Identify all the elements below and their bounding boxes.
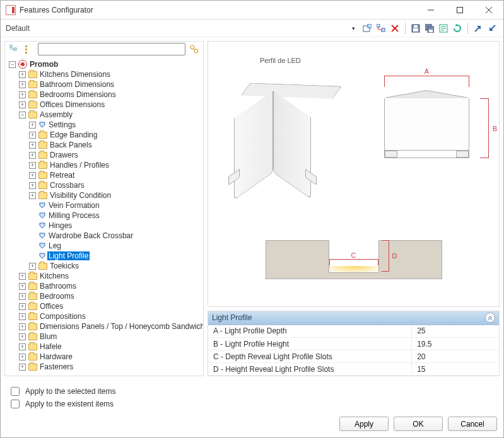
tree-item[interactable]: Light Profile xyxy=(29,251,201,261)
tree-item[interactable]: +Settings xyxy=(29,120,201,130)
tree-item[interactable]: +Bathroom Dimensions xyxy=(19,79,201,89)
tree-item[interactable]: Leg xyxy=(29,241,201,251)
expand-toggle-icon[interactable]: + xyxy=(19,303,26,310)
property-row[interactable]: A - Light Profile Depth25 xyxy=(208,325,499,338)
expand-toggle-icon[interactable]: + xyxy=(29,122,36,129)
tree-root[interactable]: −Promob xyxy=(9,59,201,69)
delete-icon[interactable] xyxy=(389,22,401,35)
expand-toggle-icon[interactable]: + xyxy=(19,91,26,98)
apply-existent-checkbox[interactable] xyxy=(11,400,20,408)
toggle-spacer xyxy=(29,202,36,209)
cancel-button[interactable]: Cancel xyxy=(448,417,497,431)
tree-item[interactable]: +Hardware xyxy=(19,352,201,362)
tree-item[interactable]: +Compositions xyxy=(19,311,201,321)
arrow-in-icon[interactable] xyxy=(472,22,484,35)
tree-view[interactable]: −Promob+Kitchens Dimensions+Bathroom Dim… xyxy=(5,59,201,372)
tree-item-label: Wardrobe Back Crossbar xyxy=(47,231,134,240)
folder-icon xyxy=(28,364,37,371)
expand-toggle-icon[interactable]: + xyxy=(19,313,26,320)
property-row[interactable]: C - Depth Reveal Light Profile Slots20 xyxy=(208,350,499,363)
close-button[interactable] xyxy=(474,1,503,19)
property-value[interactable]: 25 xyxy=(412,325,499,338)
ok-button[interactable]: OK xyxy=(394,417,443,431)
search-input[interactable] xyxy=(38,43,185,55)
tree-item[interactable]: +Bathrooms xyxy=(19,281,201,291)
expand-toggle-icon[interactable]: + xyxy=(19,293,26,300)
tree-item[interactable]: +Kitchens Dimensions xyxy=(19,69,201,79)
apply-existent-checkbox-row[interactable]: Apply to the existent items xyxy=(8,398,496,410)
svg-rect-5 xyxy=(368,24,372,28)
expand-toggle-icon[interactable]: + xyxy=(19,323,26,330)
maximize-button[interactable] xyxy=(445,1,474,19)
list-view-icon[interactable] xyxy=(23,43,35,55)
window-title: Features Configurator xyxy=(20,6,416,14)
folder-icon xyxy=(38,263,47,270)
tree-item[interactable]: +Handles / Profiles xyxy=(29,160,201,170)
property-value[interactable]: 15 xyxy=(412,363,499,376)
tree-view-icon[interactable] xyxy=(8,43,20,55)
tree-item-label: Bedrooms Dimensions xyxy=(38,90,117,99)
tree-item[interactable]: +Retreat xyxy=(29,170,201,180)
tree-item[interactable]: +Fasteners xyxy=(19,362,201,372)
property-value[interactable]: 19.5 xyxy=(412,338,499,350)
expand-toggle-icon[interactable]: + xyxy=(29,182,36,189)
expand-toggle-icon[interactable]: + xyxy=(29,152,36,159)
tree-item[interactable]: +Bedrooms xyxy=(19,291,201,301)
tree-item[interactable]: +Visibility Condition xyxy=(29,190,201,200)
apply-button[interactable]: Apply xyxy=(339,417,389,431)
tree-item[interactable]: Vein Formation xyxy=(29,200,201,210)
tree-item[interactable]: +Bedrooms Dimensions xyxy=(19,89,201,100)
dropdown-arrow-icon[interactable]: ▾ xyxy=(347,22,360,35)
save-icon[interactable] xyxy=(409,22,422,35)
folder-icon xyxy=(28,273,37,280)
tree-item[interactable]: +Offices Dimensions xyxy=(19,100,201,110)
expand-toggle-icon[interactable]: + xyxy=(29,192,36,199)
tree-item[interactable]: +Toekicks xyxy=(29,261,201,271)
arrow-out-icon[interactable] xyxy=(486,22,498,35)
collapse-toggle-icon[interactable]: − xyxy=(9,61,16,68)
default-dropdown-label: Default xyxy=(6,24,347,33)
property-row[interactable]: D - Height Reveal Light Profile Slots15 xyxy=(208,363,499,376)
expand-toggle-icon[interactable]: + xyxy=(29,172,36,179)
collapse-toggle-icon[interactable]: − xyxy=(19,112,26,118)
expand-toggle-icon[interactable]: + xyxy=(19,354,26,360)
expand-toggle-icon[interactable]: + xyxy=(29,263,36,270)
tree-item[interactable]: +Blum xyxy=(19,331,201,342)
expand-toggle-icon[interactable]: + xyxy=(29,142,36,149)
edit-tree-icon[interactable] xyxy=(375,22,387,35)
save-all-icon[interactable] xyxy=(423,22,436,35)
expand-toggle-icon[interactable]: + xyxy=(19,364,26,371)
apply-selected-checkbox[interactable] xyxy=(11,387,20,396)
tree-item[interactable]: +Crossbars xyxy=(29,180,201,190)
search-icon[interactable] xyxy=(188,43,201,55)
tree-item[interactable]: +Drawers xyxy=(29,150,201,160)
expand-toggle-icon[interactable]: + xyxy=(19,343,26,350)
expand-toggle-icon[interactable]: + xyxy=(19,333,26,340)
expand-toggle-icon[interactable]: + xyxy=(19,101,26,108)
expand-toggle-icon[interactable]: + xyxy=(29,162,36,169)
tree-item[interactable]: +Edge Banding xyxy=(29,130,201,140)
tree-item[interactable]: +Dimensions Panels / Top / Honeycomb San… xyxy=(19,321,201,331)
property-row[interactable]: B - Light Profile Height19.5 xyxy=(208,338,499,350)
expand-toggle-icon[interactable]: + xyxy=(19,273,26,280)
tree-item[interactable]: +Back Panels xyxy=(29,140,201,150)
minimize-button[interactable] xyxy=(416,1,445,19)
apply-selected-checkbox-row[interactable]: Apply to the selected items xyxy=(8,385,496,398)
tree-item[interactable]: Hinges xyxy=(29,221,201,231)
folder-icon xyxy=(38,192,47,199)
expand-toggle-icon[interactable]: + xyxy=(19,283,26,290)
tree-item[interactable]: +Kitchens xyxy=(19,271,201,281)
expand-toggle-icon[interactable]: + xyxy=(29,132,36,139)
tree-item[interactable]: Milling Process xyxy=(29,210,201,221)
refresh-icon[interactable] xyxy=(451,22,464,35)
expand-toggle-icon[interactable]: + xyxy=(19,81,26,88)
tree-item[interactable]: −Assembly xyxy=(19,110,201,120)
tree-item[interactable]: +Offices xyxy=(19,301,201,311)
tree-item[interactable]: Wardrobe Back Crossbar xyxy=(29,231,201,241)
script-icon[interactable] xyxy=(437,22,450,35)
tree-item[interactable]: +Hafele xyxy=(19,342,201,352)
expand-toggle-icon[interactable]: + xyxy=(19,71,26,78)
property-value[interactable]: 20 xyxy=(412,350,499,363)
new-icon[interactable] xyxy=(361,22,373,35)
collapse-icon[interactable] xyxy=(485,313,495,323)
